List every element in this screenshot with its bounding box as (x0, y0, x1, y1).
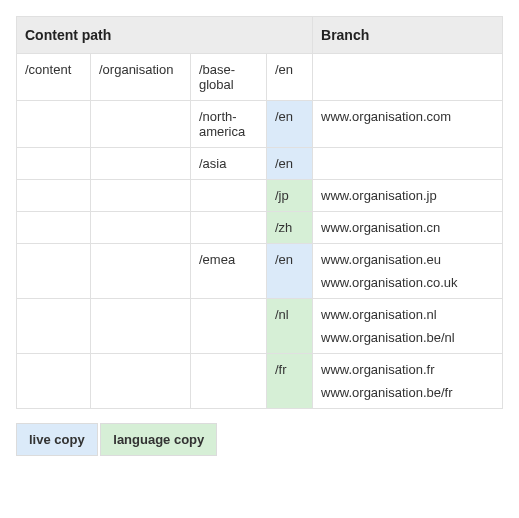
header-content-path: Content path (17, 17, 313, 54)
cell-content-root (17, 101, 91, 148)
cell-organisation (91, 244, 191, 299)
cell-content-root (17, 148, 91, 180)
cell-branch: www.organisation.jp (313, 180, 503, 212)
branch-url: www.organisation.eu (321, 252, 494, 267)
table-row: /emea/enwww.organisation.euwww.organisat… (17, 244, 503, 299)
cell-organisation (91, 180, 191, 212)
legend-live-copy: live copy (16, 423, 98, 456)
cell-content-root (17, 354, 91, 409)
cell-branch: www.organisation.com (313, 101, 503, 148)
cell-organisation (91, 212, 191, 244)
branch-url: www.organisation.cn (321, 220, 494, 235)
table-row: /zhwww.organisation.cn (17, 212, 503, 244)
cell-content-root (17, 212, 91, 244)
cell-organisation (91, 101, 191, 148)
legend: live copy language copy (16, 423, 503, 456)
table-row: /content/organisation/base-global/en (17, 54, 503, 101)
cell-locale: /jp (267, 180, 313, 212)
content-path-table: Content path Branch /content/organisatio… (16, 16, 503, 409)
table-row: /frwww.organisation.frwww.organisation.b… (17, 354, 503, 409)
cell-organisation: /organisation (91, 54, 191, 101)
cell-locale: /fr (267, 354, 313, 409)
cell-region (191, 180, 267, 212)
branch-url: www.organisation.jp (321, 188, 494, 203)
cell-locale: /zh (267, 212, 313, 244)
branch-url: www.organisation.fr (321, 362, 494, 377)
cell-locale: /en (267, 148, 313, 180)
cell-locale: /en (267, 244, 313, 299)
cell-content-root (17, 244, 91, 299)
branch-url: www.organisation.be/nl (321, 330, 494, 345)
cell-branch: www.organisation.cn (313, 212, 503, 244)
legend-language-copy: language copy (100, 423, 217, 456)
cell-branch: www.organisation.euwww.organisation.co.u… (313, 244, 503, 299)
branch-url: www.organisation.be/fr (321, 385, 494, 400)
cell-region: /asia (191, 148, 267, 180)
cell-region (191, 354, 267, 409)
cell-content-root: /content (17, 54, 91, 101)
branch-url: www.organisation.nl (321, 307, 494, 322)
cell-organisation (91, 354, 191, 409)
header-branch: Branch (313, 17, 503, 54)
cell-branch (313, 148, 503, 180)
cell-region (191, 212, 267, 244)
cell-branch: www.organisation.nlwww.organisation.be/n… (313, 299, 503, 354)
cell-organisation (91, 148, 191, 180)
cell-locale: /en (267, 101, 313, 148)
table-row: /nlwww.organisation.nlwww.organisation.b… (17, 299, 503, 354)
cell-content-root (17, 299, 91, 354)
cell-region (191, 299, 267, 354)
cell-locale: /nl (267, 299, 313, 354)
cell-region: /base-global (191, 54, 267, 101)
cell-region: /north-america (191, 101, 267, 148)
cell-content-root (17, 180, 91, 212)
table-row: /jpwww.organisation.jp (17, 180, 503, 212)
table-row: /asia/en (17, 148, 503, 180)
branch-url: www.organisation.com (321, 109, 494, 124)
cell-region: /emea (191, 244, 267, 299)
cell-branch: www.organisation.frwww.organisation.be/f… (313, 354, 503, 409)
cell-organisation (91, 299, 191, 354)
table-row: /north-america/enwww.organisation.com (17, 101, 503, 148)
branch-url: www.organisation.co.uk (321, 275, 494, 290)
cell-locale: /en (267, 54, 313, 101)
cell-branch (313, 54, 503, 101)
